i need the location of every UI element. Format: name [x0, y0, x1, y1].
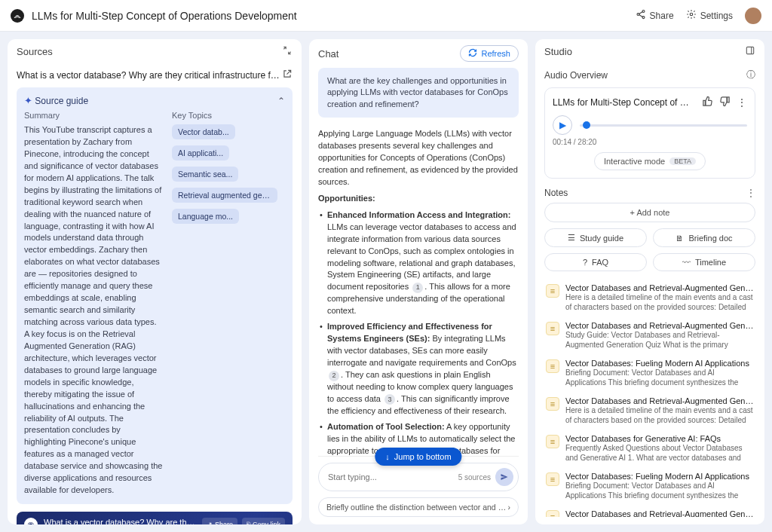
refresh-icon	[468, 48, 477, 59]
note-desc: Frequently Asked Questions about Vector …	[565, 443, 754, 463]
chevron-right-icon: ›	[508, 503, 511, 512]
note-desc: Briefing Document: Vector Databases and …	[565, 481, 754, 500]
faq-button[interactable]: ?FAQ	[544, 253, 647, 271]
notebook-title[interactable]: LLMs for Multi-Step Concept of Operation…	[32, 10, 297, 22]
note-item[interactable]: ≡Vector Databases: Fueling Modern AI App…	[544, 354, 755, 392]
note-title: Vector Databases and Retrieval-Augmented…	[565, 321, 754, 330]
list-icon: ☰	[568, 233, 575, 243]
beta-badge: BETA	[669, 157, 696, 165]
topic-chip[interactable]: Vector datab...	[172, 124, 235, 139]
user-message: What are the key challenges and opportun…	[318, 68, 519, 118]
send-button[interactable]	[495, 468, 513, 486]
more-icon[interactable]: ⋮	[737, 96, 747, 109]
suggestion-chip[interactable]: Briefly outline the distinction between …	[318, 497, 519, 517]
sources-heading: Sources	[17, 46, 53, 57]
chat-input[interactable]	[328, 472, 458, 482]
svg-point-3	[690, 13, 693, 16]
source-guide-card: ✦ Source guide ⌃ Summary This YouTube tr…	[17, 87, 293, 504]
topic-chip[interactable]: AI applicati...	[172, 145, 229, 161]
refresh-button[interactable]: Refresh	[460, 45, 519, 62]
thumbs-up-icon[interactable]	[702, 96, 713, 109]
share-icon	[636, 9, 646, 22]
note-desc: Study Guide: Vector Databases and Retrie…	[565, 330, 754, 350]
app-logo	[11, 9, 24, 23]
note-icon: ≡	[546, 435, 559, 448]
jump-to-bottom-button[interactable]: ↓ Jump to bottom	[375, 448, 461, 466]
topic-chip[interactable]: Language mo...	[172, 209, 239, 224]
svg-rect-4	[746, 47, 753, 54]
sparkle-icon: ✦	[24, 95, 32, 106]
gear-icon	[686, 9, 697, 22]
note-title: Vector Databases and Retrieval-Augmented…	[565, 396, 754, 405]
video-thumbnail[interactable]: ◉ What is a vector database? Why are the…	[17, 512, 293, 524]
note-icon: ≡	[546, 472, 559, 486]
thumbs-down-icon[interactable]	[719, 96, 731, 109]
note-title: Vector Databases and Retrieval-Augmented…	[565, 509, 754, 517]
summary-label: Summary	[24, 111, 163, 120]
note-item[interactable]: ≡Vector Databases and Retrieval-Augmente…	[544, 505, 755, 517]
note-title: Vector Databases for Generative AI: FAQs	[565, 434, 754, 443]
audio-title: LLMs for Multi-Step Concept of Operation…	[553, 97, 696, 108]
note-item[interactable]: ≡Vector Databases and Retrieval-Augmente…	[544, 316, 755, 354]
doc-icon: 🗎	[676, 234, 684, 243]
note-desc: Briefing Document: Vector Databases and …	[565, 368, 754, 387]
note-title: Vector Databases and Retrieval-Augmented…	[565, 283, 754, 292]
chat-heading: Chat	[318, 48, 339, 60]
studio-panel: Studio Audio Overview ⓘ LLMs for Multi-S…	[535, 39, 764, 524]
interactive-mode-button[interactable]: Interactive mode BETA	[594, 152, 706, 170]
share-button[interactable]: Share	[636, 9, 674, 22]
note-icon: ≡	[546, 397, 559, 411]
note-title: Vector Databases: Fueling Modern AI Appl…	[565, 472, 754, 481]
user-avatar[interactable]	[745, 8, 761, 24]
note-icon: ≡	[546, 359, 559, 373]
note-item[interactable]: ≡Vector Databases: Fueling Modern AI App…	[544, 467, 755, 505]
note-icon: ≡	[546, 322, 559, 335]
timeline-button[interactable]: 〰Timeline	[653, 253, 755, 271]
assistant-response: Applying Large Language Models (LLMs) wi…	[318, 128, 519, 456]
audio-overview-label: Audio Overview	[544, 70, 608, 81]
source-link-title[interactable]: What is a vector database? Why are they …	[17, 70, 282, 81]
citation-badge[interactable]: 2	[329, 371, 339, 381]
topic-chip[interactable]: Retrieval augmented gener...	[172, 188, 277, 203]
audio-progress[interactable]	[580, 124, 747, 127]
notes-label: Notes	[544, 188, 568, 198]
summary-text: This YouTube transcript captures a prese…	[24, 124, 163, 497]
studio-heading: Studio	[544, 46, 572, 57]
more-icon[interactable]: ⋮	[746, 188, 755, 198]
info-icon[interactable]: ⓘ	[746, 69, 755, 81]
citation-badge[interactable]: 1	[412, 283, 423, 293]
panel-layout-icon[interactable]	[745, 45, 755, 58]
key-topics-label: Key Topics	[172, 111, 285, 120]
topic-chip[interactable]: Semantic sea...	[172, 167, 238, 182]
note-item[interactable]: ≡Vector Databases and Retrieval-Augmente…	[544, 392, 755, 430]
sources-count: 5 sources	[458, 473, 491, 482]
settings-button[interactable]: Settings	[686, 9, 733, 22]
add-note-button[interactable]: + Add note	[544, 203, 755, 222]
notes-list: ≡Vector Databases and Retrieval-Augmente…	[544, 279, 755, 517]
response-bullet: Improved Efficiency and Effectiveness fo…	[318, 321, 519, 417]
note-icon: ≡	[546, 284, 559, 298]
topic-chips: Vector datab...AI applicati...Semantic s…	[172, 124, 285, 230]
timeline-icon: 〰	[682, 258, 691, 267]
citation-badge[interactable]: 3	[384, 394, 395, 405]
help-icon: ?	[583, 258, 587, 267]
collapse-icon[interactable]	[282, 45, 293, 58]
note-item[interactable]: ≡Vector Databases and Retrieval-Augmente…	[544, 279, 755, 316]
chat-input-container: 5 sources	[318, 463, 519, 491]
note-icon: ≡	[546, 510, 559, 517]
audio-overview-card: LLMs for Multi-Step Concept of Operation…	[544, 87, 755, 179]
audio-play-button[interactable]: ▶	[553, 115, 572, 135]
top-bar: LLMs for Multi-Step Concept of Operation…	[0, 0, 772, 32]
note-desc: Here is a detailed timeline of the main …	[565, 405, 754, 425]
note-desc: Here is a detailed timeline of the main …	[565, 292, 754, 312]
study-guide-button[interactable]: ☰Study guide	[544, 228, 647, 247]
open-external-icon[interactable]	[282, 69, 293, 81]
response-bullet: Enhanced Information Access and Integrat…	[318, 209, 519, 317]
note-item[interactable]: ≡Vector Databases for Generative AI: FAQ…	[544, 430, 755, 467]
note-title: Vector Databases: Fueling Modern AI Appl…	[565, 359, 754, 368]
audio-time: 00:14 / 28:20	[553, 138, 747, 146]
sources-panel: Sources What is a vector database? Why a…	[8, 39, 302, 524]
briefing-doc-button[interactable]: 🗎Briefing doc	[653, 228, 755, 247]
chevron-up-icon[interactable]: ⌃	[277, 96, 285, 106]
arrow-down-icon: ↓	[385, 452, 390, 461]
